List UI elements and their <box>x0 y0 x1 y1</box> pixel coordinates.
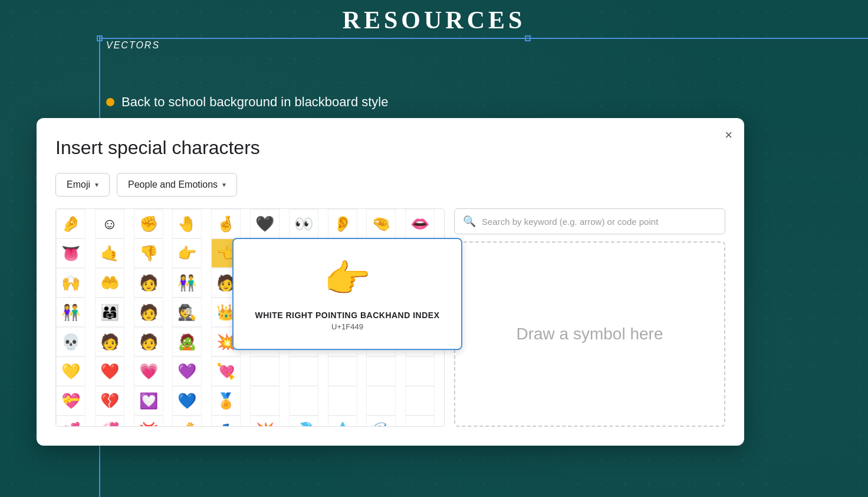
emoji-cell[interactable]: 👄 <box>405 209 435 238</box>
emoji-cell[interactable]: ✊ <box>134 209 163 238</box>
dropdown-row: Emoji ▾ People and Emotions ▾ <box>55 173 725 197</box>
emoji-cell[interactable]: 👂 <box>328 209 357 238</box>
emoji-cell[interactable]: ❤️ <box>95 357 124 386</box>
search-placeholder: Search by keyword (e.g. arrow) or code p… <box>482 217 658 227</box>
draw-area[interactable]: Draw a symbol here <box>454 241 725 427</box>
emoji-cell[interactable]: 🌊 <box>366 416 396 427</box>
emoji-cell[interactable]: 🧟 <box>172 327 202 357</box>
emoji-cell[interactable]: 👨‍👩‍👧 <box>95 297 124 327</box>
tooltip-emoji: 👉 <box>324 257 371 301</box>
emoji-cell[interactable]: ☺ <box>95 209 124 238</box>
emoji-cell[interactable]: 💘 <box>211 357 241 386</box>
emoji-cell[interactable]: 🏅 <box>211 386 241 416</box>
emoji-cell[interactable]: 👫 <box>56 297 86 327</box>
emoji-dropdown-label: Emoji <box>67 179 90 190</box>
emoji-cell[interactable]: 💔 <box>95 386 124 416</box>
emoji-cell[interactable]: 🤏 <box>366 209 396 238</box>
emoji-cell[interactable]: 💞 <box>95 416 124 427</box>
emoji-cell[interactable]: 💢 <box>134 416 163 427</box>
emoji-cell[interactable]: 👎 <box>134 238 163 268</box>
bullet-item: Back to school background in blackboard … <box>106 94 388 110</box>
bullet-text: Back to school background in blackboard … <box>121 94 388 110</box>
modal-title: Insert special characters <box>55 137 725 159</box>
emoji-cell[interactable]: 🤞 <box>211 209 241 238</box>
emoji-cell[interactable] <box>328 357 357 386</box>
bullet-dot <box>106 98 114 106</box>
emoji-cell[interactable]: 💛 <box>56 357 86 386</box>
emoji-cell[interactable]: 💧 <box>328 416 357 427</box>
emoji-cell[interactable]: 💤 <box>211 416 241 427</box>
emoji-cell[interactable]: 👫 <box>172 268 202 297</box>
subcategory-dropdown-label: People and Emotions <box>128 179 218 190</box>
emoji-cell[interactable]: 💀 <box>56 327 86 357</box>
emoji-cell[interactable] <box>366 386 396 416</box>
emoji-cell[interactable]: 💟 <box>134 386 163 416</box>
emoji-cell[interactable]: 🧑 <box>134 268 163 297</box>
emoji-category-dropdown[interactable]: Emoji ▾ <box>55 173 110 197</box>
emoji-cell[interactable] <box>289 386 318 416</box>
content-area: 🤌 ☺ ✊ 🤚 🤞 🖤 👀 👂 🤏 👄 👅 🤙 👎 👉 👈 👊 🤝 👌 <box>55 208 725 427</box>
chevron-down-icon: ▾ <box>95 181 98 189</box>
header: RESOURCES VECTORS <box>0 0 868 77</box>
emoji-cell[interactable]: 🧑 <box>134 297 163 327</box>
insert-special-characters-modal: × Insert special characters Emoji ▾ Peop… <box>37 118 744 446</box>
emoji-cell[interactable]: 🤲 <box>95 268 124 297</box>
emoji-cell[interactable]: 🧑 <box>134 327 163 357</box>
emoji-tooltip: 👉 WHITE RIGHT POINTING BACKHAND INDEX U+… <box>232 238 462 350</box>
emoji-cell[interactable]: 🕵 <box>172 297 202 327</box>
emoji-cell[interactable]: 💗 <box>134 357 163 386</box>
search-bar[interactable]: 🔍 Search by keyword (e.g. arrow) or code… <box>454 208 725 234</box>
search-icon: 🔍 <box>463 215 476 228</box>
emoji-cell[interactable]: 💙 <box>172 386 202 416</box>
emoji-cell[interactable]: 👉 <box>172 238 202 268</box>
close-button[interactable]: × <box>725 129 732 142</box>
emoji-cell[interactable] <box>328 386 357 416</box>
emoji-cell[interactable]: 🧑 <box>95 327 124 357</box>
emoji-cell[interactable]: 💝 <box>56 386 86 416</box>
emoji-cell[interactable]: 🤌 <box>56 209 86 238</box>
vectors-label: VECTORS <box>106 40 160 51</box>
right-panel: 🔍 Search by keyword (e.g. arrow) or code… <box>454 208 725 427</box>
emoji-cell[interactable]: 👀 <box>289 209 318 238</box>
emoji-cell[interactable]: 🖤 <box>250 209 280 238</box>
emoji-cell[interactable] <box>405 386 435 416</box>
emoji-cell[interactable]: 🤚 <box>172 209 202 238</box>
site-title: RESOURCES <box>343 6 526 34</box>
emoji-cell[interactable]: 💦 <box>289 416 318 427</box>
emoji-cell[interactable]: 💥 <box>250 416 280 427</box>
tooltip-code: U+1F449 <box>331 322 363 331</box>
emoji-cell[interactable]: 💕 <box>56 416 86 427</box>
emoji-cell[interactable]: 👅 <box>56 238 86 268</box>
emoji-cell[interactable] <box>289 357 318 386</box>
emoji-grid-container: 🤌 ☺ ✊ 🤚 🤞 🖤 👀 👂 🤏 👄 👅 🤙 👎 👉 👈 👊 🤝 👌 <box>55 208 445 427</box>
emoji-cell[interactable] <box>366 357 396 386</box>
emoji-cell[interactable]: 🙌 <box>56 268 86 297</box>
tooltip-name: WHITE RIGHT POINTING BACKHAND INDEX <box>255 310 439 320</box>
draw-area-label: Draw a symbol here <box>517 325 663 344</box>
emoji-cell[interactable]: 💜 <box>172 357 202 386</box>
emoji-cell[interactable] <box>405 357 435 386</box>
chevron-down-icon-2: ▾ <box>222 181 226 189</box>
subcategory-dropdown[interactable]: People and Emotions ▾ <box>117 173 237 197</box>
emoji-cell[interactable] <box>250 357 280 386</box>
emoji-cell[interactable] <box>405 416 435 427</box>
emoji-cell[interactable]: 💣 <box>172 416 202 427</box>
emoji-cell[interactable]: 🤙 <box>95 238 124 268</box>
emoji-cell[interactable] <box>250 386 280 416</box>
